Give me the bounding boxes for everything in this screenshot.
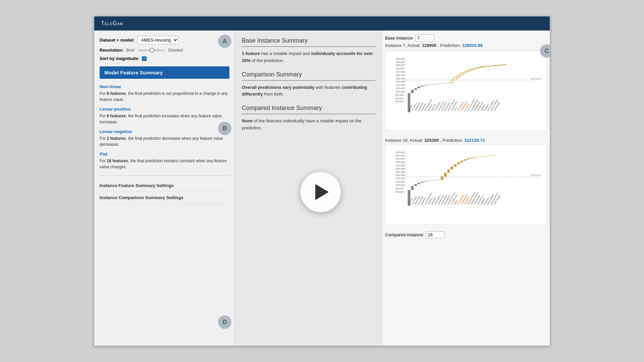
svg-text:220,000: 220,000	[395, 164, 405, 167]
svg-rect-45	[503, 64, 506, 65]
svg-rect-22	[428, 84, 430, 85]
sort-label: Sort by magnitude:	[100, 56, 139, 61]
svg-rect-107	[467, 158, 470, 159]
svg-rect-94	[424, 181, 427, 182]
dataset-model-row: Dataset + model: AMES-Housing	[100, 36, 229, 44]
svg-rect-108	[470, 158, 473, 158]
badge-a: A	[218, 35, 231, 48]
chart-2: 300,000 280,000 260,000 240,000 220,000 …	[385, 144, 547, 225]
sort-checkbox[interactable]	[142, 56, 147, 61]
svg-text:Intercept: Intercept	[531, 174, 541, 177]
svg-text:300,000: 300,000	[395, 151, 405, 154]
svg-text:180,000: 180,000	[395, 77, 405, 80]
svg-rect-25	[437, 83, 440, 84]
svg-text:100,000: 100,000	[395, 90, 405, 93]
svg-rect-18	[414, 88, 417, 90]
svg-rect-99	[441, 176, 443, 180]
svg-rect-39	[484, 66, 486, 67]
svg-text:Intercept: Intercept	[531, 77, 541, 80]
svg-rect-105	[461, 161, 463, 162]
svg-rect-98	[437, 180, 440, 180]
svg-rect-114	[490, 156, 493, 156]
svg-rect-29	[450, 80, 453, 83]
svg-rect-42	[493, 65, 496, 66]
svg-text:260,000: 260,000	[395, 157, 405, 160]
svg-text:200,000: 200,000	[395, 74, 405, 77]
svg-text:40,000: 40,000	[395, 100, 404, 103]
base-instance-input[interactable]	[416, 35, 434, 42]
play-icon	[315, 184, 329, 200]
svg-text:240,000: 240,000	[395, 67, 405, 70]
base-instance-label: Base instance:	[385, 36, 414, 41]
instance-comparison-summary-settings[interactable]: Instance Comparison Summary Settings	[100, 192, 229, 204]
nonlinear-label: Non-linear	[100, 84, 229, 89]
linear-positive-label: Linear-positive	[100, 107, 229, 112]
svg-rect-93	[421, 182, 424, 183]
charts-panel: Base instance: Instance 7, Actual: 12990…	[382, 31, 550, 346]
svg-rect-91	[414, 184, 417, 186]
svg-text:240,000: 240,000	[395, 161, 405, 164]
svg-rect-41	[490, 66, 493, 66]
svg-rect-28	[447, 82, 450, 83]
comparison-section: Comparison Summary Overall predictions v…	[242, 71, 375, 98]
comparison-divider	[242, 80, 375, 81]
base-instance-title: Base Instance Summary	[242, 37, 375, 44]
svg-text:280,000: 280,000	[395, 154, 405, 157]
svg-rect-36	[474, 68, 476, 69]
compared-instance-row: Compared instance:	[385, 231, 547, 238]
svg-text:260,000: 260,000	[395, 64, 405, 67]
compared-instance-title: Compared Instance Summary	[242, 105, 375, 112]
svg-text:140,000: 140,000	[395, 83, 405, 86]
linear-negative-section: Linear-negative For 2 features, the fina…	[100, 129, 229, 147]
svg-rect-112	[484, 156, 486, 157]
chart-1: C 300,000 280,000 260,000 240,000 220,00…	[385, 51, 547, 131]
svg-rect-34	[467, 70, 470, 71]
linear-positive-desc: For 9 features, the final prediction inc…	[100, 113, 229, 125]
play-button[interactable]	[301, 172, 341, 212]
resolution-brief: Brief	[126, 48, 135, 53]
svg-rect-27	[444, 83, 447, 83]
svg-text:160,000: 160,000	[395, 174, 405, 177]
chart-1-svg: 300,000 280,000 260,000 240,000 220,000 …	[385, 54, 545, 129]
svg-rect-26	[441, 83, 443, 83]
svg-rect-30	[454, 77, 457, 80]
flat-label: Flat	[100, 152, 229, 157]
badge-b: B	[218, 122, 231, 135]
compared-instance-divider	[242, 114, 375, 114]
badge-d: D	[218, 315, 231, 329]
svg-rect-17	[411, 90, 414, 93]
chart-2-svg: 300,000 280,000 260,000 240,000 220,000 …	[385, 147, 545, 223]
svg-rect-113	[487, 156, 489, 156]
instance-feature-summary-settings[interactable]: Instance Feature Summary Settings	[100, 180, 229, 192]
svg-rect-37	[477, 67, 480, 68]
sidebar: A Dataset + model: AMES-Housing Resoluti…	[94, 31, 235, 346]
svg-rect-31	[457, 75, 460, 77]
svg-rect-19	[418, 86, 420, 88]
svg-text:160,000: 160,000	[395, 80, 405, 83]
resolution-slider-thumb[interactable]	[150, 48, 154, 53]
svg-rect-43	[497, 65, 499, 65]
svg-rect-23	[431, 84, 433, 84]
base-instance-header: Base instance:	[385, 35, 547, 42]
resolution-label: Resolution:	[100, 48, 124, 53]
resolution-slider-track[interactable]	[138, 49, 165, 51]
compared-instance-info: Instance 16, Actual: 325300 , Prediction…	[385, 138, 547, 143]
svg-rect-104	[457, 162, 460, 164]
svg-rect-111	[480, 157, 483, 157]
svg-rect-40	[487, 66, 489, 66]
svg-rect-110	[477, 157, 480, 157]
model-feature-summary-header: Model Feature Summary	[100, 66, 229, 79]
svg-text:80,000: 80,000	[395, 187, 404, 190]
svg-text:80,000: 80,000	[395, 94, 404, 97]
compared-instance-input[interactable]	[426, 231, 444, 238]
nonlinear-section: Non-linear For 6 features, the final pre…	[100, 84, 229, 103]
svg-rect-35	[470, 69, 473, 70]
svg-rect-100	[444, 173, 447, 177]
svg-rect-44	[500, 65, 503, 65]
model-feature-summary-title: Model Feature Summary	[104, 70, 163, 75]
dataset-select[interactable]: AMES-Housing	[137, 36, 178, 44]
main-container: TeleGam A Dataset + model: AMES-Housing …	[94, 16, 550, 346]
flat-section: Flat For 18 features, the final predicti…	[100, 152, 229, 170]
svg-text:220,000: 220,000	[395, 70, 405, 73]
comparison-title: Comparison Summary	[242, 71, 375, 78]
